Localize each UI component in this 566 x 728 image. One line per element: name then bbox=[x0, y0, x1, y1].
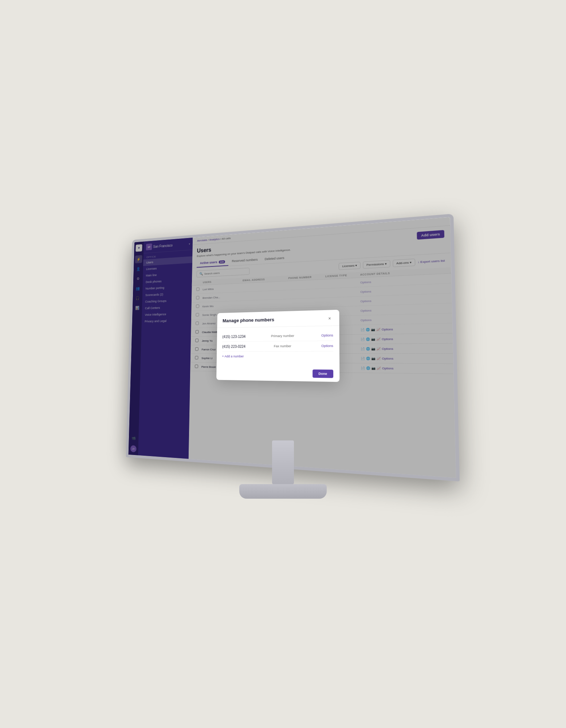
phone-type-2: Fax number bbox=[274, 344, 291, 348]
phone-options-2[interactable]: Options bbox=[321, 344, 333, 348]
monitor-stand-neck bbox=[272, 440, 294, 484]
phone-options-1[interactable]: Options bbox=[321, 333, 333, 337]
phone-number-row-2: (415) 223-0224 Fax number Options bbox=[222, 341, 333, 352]
modal-overlay: Manage phone numbers × (415) 123-1234 Pr… bbox=[189, 217, 456, 478]
done-button[interactable]: Done bbox=[313, 369, 333, 378]
main-content: Aerolabs / Analytics / All calls Users E… bbox=[189, 217, 456, 478]
add-number-link[interactable]: + Add a number bbox=[222, 351, 333, 361]
app-overlay: ✦ ⚡ 👤 ⚙ 👥 🎧 📊 📹 JY SF San Francisco ▾ Of… bbox=[129, 217, 456, 478]
modal-header: Manage phone numbers × bbox=[217, 309, 339, 328]
phone-number-1: (415) 123-1234 bbox=[222, 335, 245, 339]
modal-body: (415) 123-1234 Primary number Options (4… bbox=[217, 326, 339, 366]
phone-number-2: (415) 223-0224 bbox=[222, 344, 245, 348]
modal-close-button[interactable]: × bbox=[326, 315, 333, 322]
phone-number-row-1: (415) 123-1234 Primary number Options bbox=[222, 330, 333, 342]
modal-title: Manage phone numbers bbox=[223, 317, 274, 324]
phone-type-1: Primary number bbox=[271, 334, 294, 338]
manage-phone-numbers-modal: Manage phone numbers × (415) 123-1234 Pr… bbox=[216, 309, 339, 381]
monitor-stand-base bbox=[239, 484, 327, 499]
modal-footer: Done bbox=[216, 365, 339, 381]
